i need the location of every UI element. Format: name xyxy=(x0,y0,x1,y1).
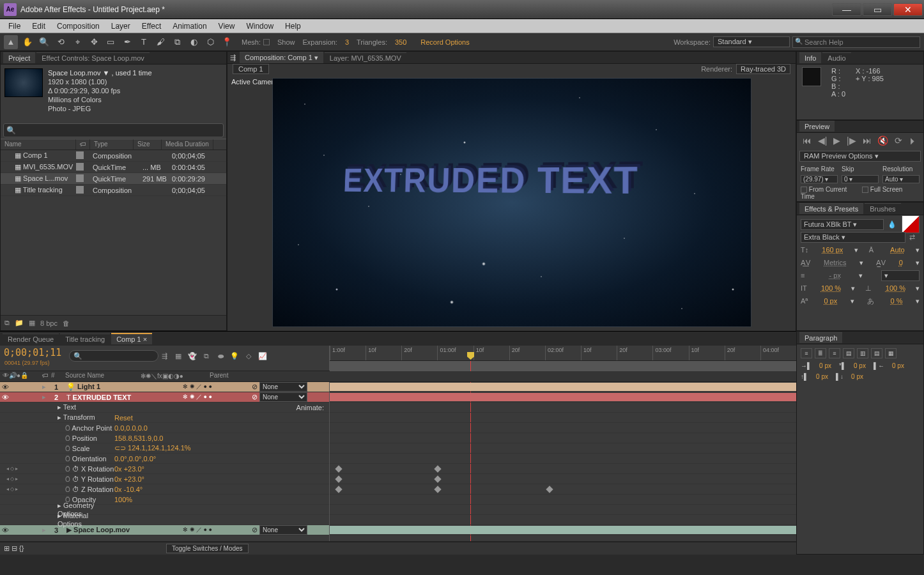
tool-roto[interactable]: ⬡ xyxy=(203,35,217,49)
new-comp-icon[interactable]: ▦ xyxy=(29,319,35,327)
tab-render-queue[interactable]: Render Queue xyxy=(3,334,59,344)
property-row[interactable]: ◂ ◇ ▸ Ö ⏱ Z Rotation0x -10.4° xyxy=(0,484,329,494)
keyframe-icon[interactable] xyxy=(434,465,441,472)
justify-right-icon[interactable]: ▤ xyxy=(871,348,882,358)
close-button[interactable]: ✕ xyxy=(893,3,923,16)
font-weight-dropdown[interactable]: Extra Black ▾ xyxy=(801,232,905,243)
tab-layer[interactable]: Layer: MVI_6535.MOV xyxy=(325,52,406,63)
tool-text[interactable]: T xyxy=(137,35,151,49)
expansion-value[interactable]: 3 xyxy=(345,38,349,46)
eyedropper-icon[interactable]: 💧 xyxy=(888,220,898,229)
interpret-footage-icon[interactable]: ⧉ xyxy=(4,319,10,327)
mesh-show-check[interactable] xyxy=(263,39,270,45)
indent-first-val[interactable]: 0 px xyxy=(854,362,866,369)
fill-stroke-swatch[interactable] xyxy=(902,215,920,233)
menu-layer[interactable]: Layer xyxy=(105,20,136,32)
tab-preview[interactable]: Preview xyxy=(799,121,835,132)
leading-value[interactable]: Auto xyxy=(890,246,905,254)
justify-all-icon[interactable]: ▦ xyxy=(885,348,897,358)
project-item[interactable]: ▦ Title trackingComposition0;00;04;05 xyxy=(1,185,226,196)
brainstorm-icon[interactable]: 💡 xyxy=(229,350,240,362)
tab-project[interactable]: Project xyxy=(3,52,35,63)
loop-icon[interactable]: ⟳ xyxy=(895,135,902,146)
align-center-icon[interactable]: ≣ xyxy=(815,348,826,358)
menu-edit[interactable]: Edit xyxy=(26,20,51,32)
tab-paragraph[interactable]: Paragraph xyxy=(799,332,842,343)
graph-editor-icon[interactable]: 📈 xyxy=(257,350,268,362)
tool-camera[interactable]: ⌖ xyxy=(70,35,84,49)
tab-info[interactable]: Info xyxy=(799,52,821,63)
menu-view[interactable]: View xyxy=(213,20,241,32)
property-row[interactable]: ▸ TransformReset xyxy=(0,413,329,423)
menu-file[interactable]: File xyxy=(3,20,26,32)
mute-icon[interactable]: 🔇 xyxy=(877,135,888,146)
prev-frame-icon[interactable]: ◀| xyxy=(818,135,828,146)
tool-hand[interactable]: ✋ xyxy=(20,35,35,49)
hscale-value[interactable]: 100 % xyxy=(886,284,905,292)
tab-audio[interactable]: Audio xyxy=(822,52,851,63)
minimize-button[interactable]: — xyxy=(832,3,861,16)
tool-eraser[interactable]: ◐ xyxy=(187,35,201,49)
project-item[interactable]: ▦ Space L...movQuickTime291 MB0:00:29:29 xyxy=(1,173,226,185)
property-row[interactable]: ◂ ◇ ▸ Ö ⏱ Y Rotation0x +23.0° xyxy=(0,474,329,484)
swap-colors-icon[interactable]: ⇄ xyxy=(909,233,920,241)
property-row[interactable]: ▸ TextAnimate: xyxy=(0,402,329,413)
motion-blur-icon[interactable]: ⬬ xyxy=(215,350,226,362)
align-left-icon[interactable]: ≡ xyxy=(801,348,812,358)
justify-center-icon[interactable]: ▥ xyxy=(857,348,868,358)
menu-window[interactable]: Window xyxy=(240,20,279,32)
tool-clone[interactable]: ⧉ xyxy=(170,35,184,49)
space-before-val[interactable]: 0 px xyxy=(816,373,828,380)
property-row[interactable]: ◂ ◇ ▸ Ö ⏱ X Rotation0x +23.0° xyxy=(0,464,329,474)
timeline-layer[interactable]: 👁▸3▶ Space Loop.mov✻ ✺ ／ ● ●⊘ None xyxy=(0,525,329,535)
trash-icon[interactable]: 🗑 xyxy=(63,319,70,327)
tracking-value[interactable]: 0 xyxy=(899,259,903,266)
from-current-check[interactable] xyxy=(801,187,807,193)
new-folder-icon[interactable]: 📁 xyxy=(15,319,24,327)
comp-breadcrumb[interactable]: Comp 1 xyxy=(233,64,269,74)
record-options[interactable]: Record Options xyxy=(420,38,469,46)
tool-zoom[interactable]: 🔍 xyxy=(37,35,51,49)
vscale-value[interactable]: 100 % xyxy=(821,284,841,292)
keyframe-icon[interactable] xyxy=(434,475,441,482)
font-family-dropdown[interactable]: Futura XBlk BT ▾ xyxy=(801,219,884,230)
timeline-search[interactable]: 🔍 xyxy=(69,350,158,362)
project-item[interactable]: ▦ MVI_6535.MOVQuickTime... MB0:00:04:05 xyxy=(1,162,226,173)
auto-keyframe-icon[interactable]: ◇ xyxy=(243,350,254,362)
workspace-dropdown[interactable]: Standard ▾ xyxy=(713,36,790,47)
play-icon[interactable]: ▶ xyxy=(833,135,840,146)
tool-pin[interactable]: 📍 xyxy=(220,35,234,49)
tool-pen[interactable]: ✒ xyxy=(120,35,134,49)
tool-brush[interactable]: 🖌 xyxy=(153,35,167,49)
tool-mask-rect[interactable]: ▭ xyxy=(104,35,118,49)
keyframe-icon[interactable] xyxy=(335,465,342,472)
resolution-field[interactable]: Auto ▾ xyxy=(882,175,920,183)
renderer-dropdown[interactable]: Ray-traced 3D xyxy=(736,64,790,74)
project-item[interactable]: ▦ Comp 1Composition0;00;04;05 xyxy=(1,150,226,162)
property-row[interactable]: Ö Opacity100% xyxy=(0,494,329,505)
next-frame-icon[interactable]: |▶ xyxy=(847,135,856,146)
keyframe-icon[interactable] xyxy=(335,486,342,493)
indent-right-val[interactable]: 0 px xyxy=(892,362,904,369)
menu-composition[interactable]: Composition xyxy=(51,20,105,32)
keyframe-icon[interactable] xyxy=(335,475,342,482)
property-row[interactable]: Ö Scale⊂⊃ 124.1,124.1,124.1% xyxy=(0,443,329,454)
baseline-value[interactable]: 0 px xyxy=(824,297,837,305)
comp-mini-flowchart-icon[interactable]: ⇶ xyxy=(158,350,170,362)
toggle-switches-modes[interactable]: Toggle Switches / Modes xyxy=(166,544,249,553)
frame-rate-field[interactable]: (29.97) ▾ xyxy=(801,175,838,183)
menu-animation[interactable]: Animation xyxy=(167,20,212,32)
tl-foot-icons[interactable]: ⊞ ⊟ {} xyxy=(0,544,38,553)
stroke-value[interactable]: - px xyxy=(829,272,841,279)
frame-blend-icon[interactable]: ⧉ xyxy=(201,350,212,362)
timeline-layer[interactable]: 👁▸2T EXTRUDED TEXT✻ ✺ ／ ● ●⊘ None xyxy=(0,392,329,402)
tab-title-tracking[interactable]: Title tracking xyxy=(60,334,110,344)
composition-viewer[interactable]: EXTRUDED TEXT xyxy=(272,78,751,327)
last-frame-icon[interactable]: ⏭ xyxy=(863,135,872,146)
extruded-text-layer[interactable]: EXTRUDED TEXT xyxy=(342,155,751,204)
tool-panbehind[interactable]: ✥ xyxy=(87,35,101,49)
keyframe-icon[interactable] xyxy=(546,486,553,493)
bpc-toggle[interactable]: 8 bpc xyxy=(40,319,58,327)
justify-left-icon[interactable]: ▤ xyxy=(843,348,854,358)
indent-left-val[interactable]: 0 px xyxy=(819,362,831,369)
